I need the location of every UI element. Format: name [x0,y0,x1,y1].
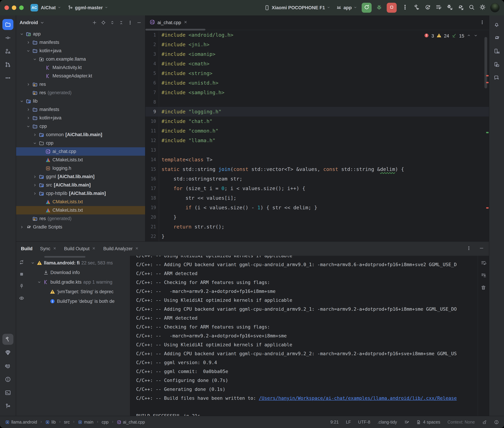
line-number[interactable]: 15 [145,165,159,174]
code-line-23[interactable]: 23 [145,241,489,241]
chevron-right-icon[interactable] [25,107,32,112]
build-item-build-gradle-kts[interactable]: build.gradle.ktsapp 1 warning [27,277,130,287]
breadcrumb-ai-chat-cpp[interactable]: Cai_chat.cpp [117,420,145,425]
breadcrumb-lib[interactable]: lib [45,420,56,425]
collapse-all-icon[interactable] [119,20,124,25]
build-panel-title[interactable]: Build [21,246,33,251]
code-line-2[interactable]: 2#include <jni.h> [145,40,489,49]
code-line-8[interactable]: 8 [145,97,489,107]
tree-item-cpp[interactable]: cpp [16,122,145,131]
soft-wrap-icon[interactable] [481,260,486,266]
hide-panel-icon[interactable] [137,20,142,25]
expand-all-icon[interactable] [110,20,115,25]
tree-item-logging-h[interactable]: logging.h [16,164,145,173]
problems-indicator-icon[interactable] [494,420,499,425]
line-number[interactable]: 23 [145,241,159,241]
project-tool-button[interactable] [2,19,13,30]
code-line-14[interactable]: 14template<class T> [145,155,489,165]
sync-translate-button[interactable]: A [424,4,431,12]
error-stripe-mark[interactable] [486,75,488,76]
tree-item-messageadapter-kt[interactable]: MessageAdapter.kt [16,72,145,80]
code-line-6[interactable]: 6#include <unistd.h> [145,78,489,88]
tree-item-kotlin-java[interactable]: kotlin+java [16,114,145,122]
line-ending[interactable]: LF [346,420,351,425]
editor-options-kebab-icon[interactable] [480,20,485,25]
pull-requests-tool-button[interactable] [2,59,13,70]
inspections-widget[interactable]: 3 24 15 [424,33,478,39]
close-tab-icon[interactable] [53,246,57,251]
tree-item-lib[interactable]: lib [16,97,145,105]
line-number[interactable]: 1 [145,30,159,40]
file-encoding[interactable]: UTF-8 [358,420,370,425]
breadcrumb[interactable]: llama.androidlibsrcmaincppCai_chat.cpp [5,420,145,425]
minimize-window-button[interactable] [12,6,16,10]
sync-refresh-icon[interactable] [19,259,24,266]
run-configuration-selector[interactable]: app [336,5,357,11]
context-indicator[interactable]: Context: None [447,420,475,425]
code-line-3[interactable]: 3#include <iomanip> [145,49,489,59]
tree-item-common[interactable]: common[AiChat.lib.main] [16,131,145,139]
line-number[interactable]: 16 [145,174,159,184]
line-number[interactable]: 12 [145,136,159,145]
line-number[interactable]: 21 [145,222,159,231]
close-window-button[interactable] [4,6,9,10]
stopped-process-icon[interactable] [19,272,24,278]
options-kebab-icon[interactable] [128,20,133,25]
tree-item-app[interactable]: app [16,30,145,38]
tree-item-res[interactable]: res [16,80,145,89]
line-number[interactable]: 18 [145,193,159,203]
code-line-13[interactable]: 13 [145,145,489,155]
tree-item-manifests[interactable]: manifests [16,38,145,47]
line-number[interactable]: 13 [145,145,159,155]
line-number[interactable]: 7 [145,88,159,97]
close-tab-icon[interactable] [135,246,139,251]
line-number[interactable]: 9 [145,107,159,116]
tree-item-cpp[interactable]: cpp [16,139,145,147]
line-number[interactable]: 8 [145,97,159,107]
chevron-right-icon[interactable] [18,225,25,229]
code-line-4[interactable]: 4#include <cmath> [145,59,489,68]
zoom-window-button[interactable] [19,6,24,10]
tree-item-cmakelists-txt[interactable]: CMakeLists.txt [16,198,145,206]
chevron-right-icon[interactable] [25,40,32,45]
build-tab-sync[interactable]: Sync [40,246,57,251]
code-line-10[interactable]: 10#include "chat.h" [145,116,489,126]
tree-item-ggml[interactable]: ggml[AiChat.lib.main] [16,173,145,181]
code-line-19[interactable]: 19 if (i < values.size() - 1) { str << d… [145,203,489,212]
tree-item-gradle-scripts[interactable]: Gradle Scripts [16,223,145,231]
build-run-hammer-button[interactable] [413,4,420,12]
code-line-5[interactable]: 5#include <string> [145,68,489,78]
code-line-7[interactable]: 7#include <sampling.h> [145,88,489,97]
version-control-tool-button[interactable] [2,401,13,412]
close-tab-icon[interactable] [183,20,188,25]
tree-item-cpp-httplib[interactable]: cpp-httplib[AiChat.lib.main] [16,189,145,198]
code-line-18[interactable]: 18 str << values[i]; [145,193,489,203]
running-devices-button[interactable] [491,59,502,70]
tree-item-cmakelists-txt[interactable]: CMakeLists.txt [16,206,145,214]
line-number[interactable]: 4 [145,59,159,68]
tree-item-mainactivity-kt[interactable]: MainActivity.kt [16,63,145,72]
build-console[interactable]: C/C++: -- Using KleidiAI optimized kerne… [130,256,478,416]
tree-item-kotlin-java[interactable]: kotlin+java [16,47,145,55]
gradle-tool-button[interactable] [491,32,502,43]
line-number[interactable]: 14 [145,155,159,165]
gradle-sync-button[interactable] [457,4,464,12]
breadcrumb-main[interactable]: main [78,420,93,425]
line-number[interactable]: 6 [145,78,159,88]
user-avatar[interactable] [490,3,500,12]
tree-item-res[interactable]: res(generated) [16,89,145,97]
chevron-right-icon[interactable] [25,82,32,87]
error-stripe-mark[interactable] [486,207,488,209]
code-line-15[interactable]: 15static std::string join(const std::vec… [145,165,489,174]
editor-vertical-scrollbar[interactable] [485,37,487,88]
window-controls[interactable] [4,6,24,10]
pin-icon[interactable] [19,283,24,290]
build-tree-horizontal-scrollbar[interactable] [44,256,85,258]
debug-button[interactable] [376,4,382,11]
search-everywhere-button[interactable] [468,4,475,12]
profiler-button[interactable] [446,4,453,12]
gemini-chat-button[interactable] [491,73,502,83]
locate-file-icon[interactable] [101,20,106,25]
tree-item-ai-chat-cpp[interactable]: Cai_chat.cpp [16,147,145,156]
chevron-down-icon[interactable] [25,49,32,53]
